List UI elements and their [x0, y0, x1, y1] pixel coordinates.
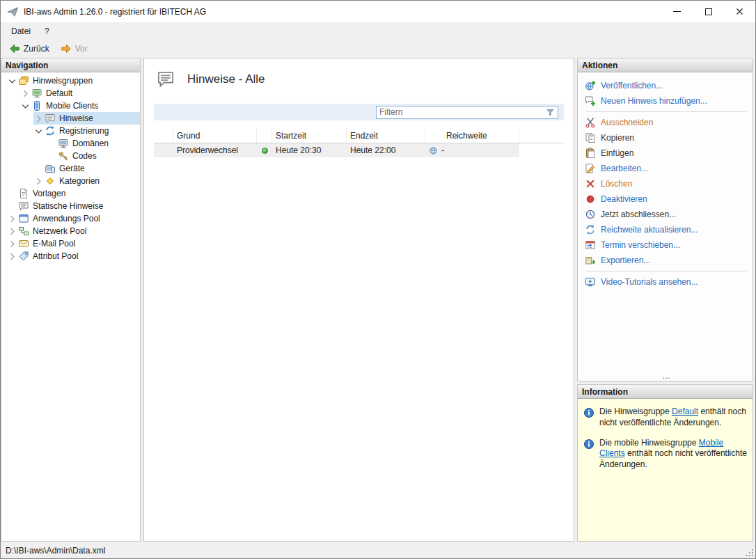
- finish-now-icon: [585, 209, 596, 220]
- sidebar-item-registrierung[interactable]: Registrierung: [1, 125, 140, 137]
- column-header-startzeit[interactable]: Startzeit: [272, 128, 347, 143]
- network-pool-icon: [18, 226, 29, 237]
- table-row[interactable]: Providerwechsel Heute 20:30 Heute 22:00 …: [154, 143, 519, 157]
- column-header-grund[interactable]: Grund: [173, 128, 257, 143]
- sidebar-item-codes[interactable]: Codes: [1, 150, 140, 162]
- menu-help[interactable]: ?: [38, 22, 56, 40]
- app-pool-icon: [18, 213, 29, 224]
- action-jetzt-abschliessen[interactable]: Jetzt abschliessen...: [585, 207, 748, 222]
- maximize-icon: [705, 8, 712, 15]
- paste-icon: [585, 148, 596, 159]
- add-hint-icon: [585, 95, 596, 107]
- templates-icon: [18, 188, 29, 199]
- refresh-icon: [585, 224, 596, 235]
- sidebar-item-domaenen[interactable]: Domänen: [1, 137, 140, 150]
- sidebar-item-email-pool[interactable]: E-Mail Pool: [1, 237, 140, 250]
- action-loeschen[interactable]: Löschen: [585, 176, 748, 191]
- chevron-down-icon[interactable]: [20, 101, 31, 111]
- navigation-panel: Navigation Hinweisgruppen Default Mobile…: [1, 58, 141, 542]
- filter-input[interactable]: [379, 107, 543, 117]
- right-column: Aktionen Veröffentlichen... Neuen Hinwei…: [577, 58, 753, 542]
- sidebar-item-hinweisgruppen[interactable]: Hinweisgruppen: [1, 74, 140, 87]
- forward-button[interactable]: Vor: [56, 42, 93, 56]
- sidebar-item-vorlagen[interactable]: Vorlagen: [1, 187, 140, 200]
- resize-grip[interactable]: [746, 549, 754, 557]
- sidebar-item-default[interactable]: Default: [1, 87, 140, 100]
- chevron-right-icon[interactable]: [20, 88, 31, 99]
- email-pool-icon: [18, 238, 29, 249]
- globe-icon: [429, 146, 438, 155]
- attribut-pool-icon: [18, 251, 29, 262]
- sidebar-item-statische-hinweise[interactable]: Statische Hinweise: [1, 200, 140, 212]
- sidebar-item-attribut-pool[interactable]: Attribut Pool: [1, 250, 140, 262]
- sidebar-item-hinweise[interactable]: Hinweise: [1, 112, 140, 125]
- action-veroeffentlichen[interactable]: Veröffentlichen...: [585, 78, 748, 93]
- filter-funnel-icon[interactable]: [546, 108, 555, 117]
- chevron-right-icon[interactable]: [7, 214, 17, 224]
- action-video-tutorials[interactable]: Video-Tutorials ansehen...: [585, 274, 748, 290]
- chevron-down-icon[interactable]: [33, 126, 44, 136]
- chevron-right-icon[interactable]: [7, 226, 17, 237]
- titlebar: IBI-aws Admin 1.26.0 - registriert für I…: [1, 1, 755, 22]
- minimize-button[interactable]: [661, 1, 693, 22]
- chevron-spacer: [7, 189, 17, 199]
- action-ausschneiden[interactable]: Ausschneiden: [585, 115, 748, 130]
- chevron-right-icon[interactable]: [7, 251, 17, 262]
- action-einfuegen[interactable]: Einfügen: [585, 145, 748, 161]
- cell-grund: Providerwechsel: [173, 143, 257, 157]
- info-icon: [583, 407, 594, 418]
- info-note-default: Die Hinweisgruppe Default enthält noch n…: [583, 407, 747, 429]
- link-default-group[interactable]: Default: [672, 407, 698, 416]
- sidebar-item-netzwerk-pool[interactable]: Netzwerk Pool: [1, 225, 140, 237]
- back-button[interactable]: Zurück: [4, 42, 54, 56]
- chevron-right-icon[interactable]: [7, 239, 17, 249]
- action-neuen-hinweis-hinzufuegen[interactable]: Neuen Hinweis hinzufügen...: [585, 93, 748, 109]
- action-kopieren[interactable]: Kopieren: [585, 130, 748, 145]
- window-controls: [661, 1, 755, 22]
- hint-groups-icon: [18, 75, 29, 86]
- registration-icon: [45, 125, 56, 136]
- action-deaktivieren[interactable]: Deaktivieren: [585, 191, 748, 207]
- back-arrow-icon: [9, 43, 20, 54]
- action-exportieren[interactable]: Exportieren...: [585, 253, 748, 268]
- chevron-spacer: [47, 139, 57, 149]
- chevron-right-icon[interactable]: [33, 176, 44, 187]
- chevron-spacer: [7, 201, 17, 212]
- actions-panel: Aktionen Veröffentlichen... Neuen Hinwei…: [577, 58, 753, 381]
- close-icon: [736, 8, 743, 15]
- sidebar-item-mobile-clients[interactable]: Mobile Clients: [1, 100, 140, 112]
- menu-datei[interactable]: Datei: [4, 22, 38, 40]
- chevron-right-icon[interactable]: [33, 113, 44, 124]
- maximize-button[interactable]: [693, 1, 724, 22]
- chevron-down-icon[interactable]: [7, 76, 17, 86]
- cell-spacer: [154, 143, 173, 157]
- menubar: Datei ?: [1, 22, 755, 40]
- close-button[interactable]: [724, 1, 755, 22]
- info-icon: [583, 439, 594, 450]
- active-dot-icon: [262, 148, 268, 154]
- action-termin-verschieben[interactable]: Termin verschieben...: [585, 237, 748, 253]
- toolbar: Zurück Vor: [1, 40, 755, 58]
- splitter-handle[interactable]: …: [585, 372, 748, 379]
- devices-icon: [45, 163, 56, 174]
- domains-icon: [58, 138, 69, 149]
- cell-startzeit: Heute 20:30: [272, 143, 347, 157]
- column-header-spacer[interactable]: [154, 128, 173, 143]
- delete-icon: [585, 178, 596, 189]
- sidebar-item-geraete[interactable]: Geräte: [1, 162, 140, 175]
- categories-icon: [45, 175, 56, 187]
- reichweite-value: -: [441, 145, 444, 155]
- column-header-endzeit[interactable]: Endzeit: [347, 128, 425, 143]
- column-header-reichweite[interactable]: Reichweite: [425, 128, 519, 143]
- forward-label: Vor: [75, 44, 88, 54]
- status-path: D:\IBI-aws\Admin\Data.xml: [6, 546, 105, 556]
- action-bearbeiten[interactable]: Bearbeiten...: [585, 161, 748, 176]
- sidebar-item-anwendungs-pool[interactable]: Anwendungs Pool: [1, 212, 140, 225]
- information-panel: Information Die Hinweisgruppe Default en…: [577, 384, 753, 542]
- sidebar-item-kategorien[interactable]: Kategorien: [1, 175, 140, 187]
- hints-bubble-icon: [155, 70, 176, 88]
- mobile-clients-icon: [31, 100, 42, 111]
- action-reichweite-aktualisieren[interactable]: Reichweite aktualisieren...: [585, 222, 748, 237]
- column-header-status[interactable]: [257, 128, 272, 143]
- static-hints-icon: [18, 200, 29, 212]
